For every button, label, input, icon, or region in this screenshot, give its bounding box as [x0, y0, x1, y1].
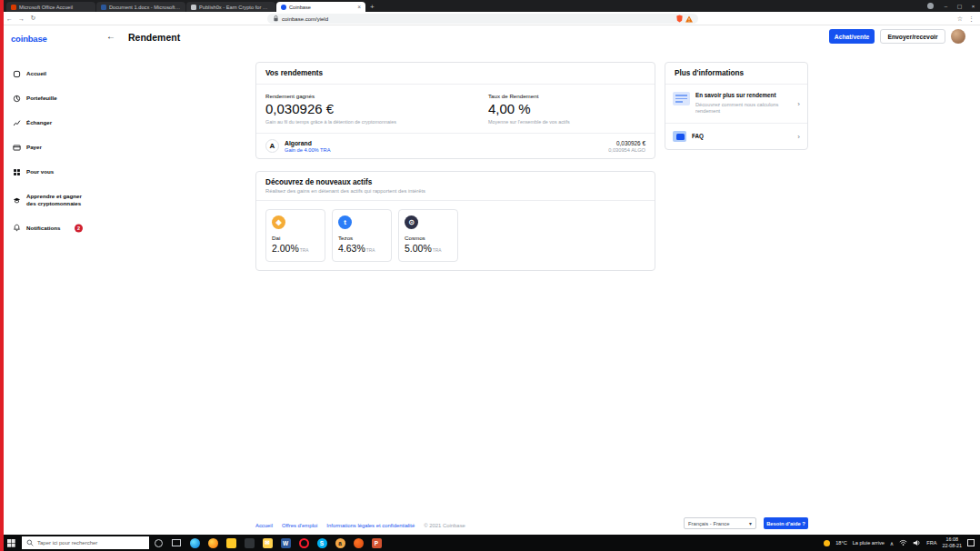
tile-rate-unit: TRA — [366, 248, 375, 253]
maximize-button[interactable]: ▢ — [953, 3, 966, 9]
brave-icon[interactable] — [349, 538, 367, 548]
close-button[interactable]: × — [966, 4, 980, 9]
sidebar-item-accueil[interactable]: Accueil — [4, 64, 91, 85]
sidebar-item-notifications[interactable]: Notifications 2 — [4, 217, 91, 238]
notification-badge: 2 — [75, 224, 83, 232]
rate-label: Taux de Rendement — [488, 93, 570, 99]
language-select[interactable]: Français - France ▾ — [684, 517, 756, 529]
clock[interactable]: 16:08 22-08-21 — [942, 536, 962, 549]
browser-tab-word[interactable]: Document 1.docx - Microsoft Word ... — [96, 2, 185, 12]
help-button[interactable]: Besoin d'aide ? — [764, 517, 808, 529]
asset-tile-tezos[interactable]: t Tezos 4.63%TRA — [332, 209, 392, 262]
send-receive-button[interactable]: Envoyer/recevoir — [880, 29, 945, 44]
forward-icon[interactable]: → — [15, 15, 27, 22]
yields-stats: Rendement gagnés 0,030926 € Gain au fil … — [256, 85, 655, 133]
info-item-learn-more[interactable]: En savoir plus sur rendement Découvrez c… — [665, 85, 807, 123]
taskbar-search-input[interactable]: Taper ici pour rechercher — [22, 536, 149, 549]
yields-card-header: Vos rendements — [256, 63, 655, 85]
task-view-icon[interactable] — [167, 539, 185, 546]
asset-row-algorand[interactable]: A Algorand Gain de 4.00% TRA 0,030926 € … — [256, 133, 655, 158]
cosmos-icon: ⊙ — [405, 215, 418, 229]
sidebar-item-payer[interactable]: Payer — [4, 137, 91, 158]
bookmark-star-icon[interactable]: ☆ — [957, 15, 963, 23]
coinbase-logo[interactable]: coinbase — [11, 34, 47, 44]
tile-name: Cosmos — [405, 235, 452, 241]
asset-tile-dai[interactable]: ◈ Dai 2.00%TRA — [265, 209, 325, 262]
sidebar-item-pour-vous[interactable]: Pour vous — [4, 162, 91, 183]
volume-icon[interactable] — [913, 539, 921, 546]
action-center-icon[interactable] — [967, 539, 975, 546]
address-bar[interactable]: coinbase.com/yield — [267, 14, 698, 24]
system-tray: 18°C La pluie arrive ∧ FRA 16:08 22-08-2… — [824, 536, 980, 549]
info-item-title: En savoir plus sur rendement — [695, 92, 792, 99]
card-icon — [13, 144, 21, 152]
rate-value: 4,00 % — [488, 101, 570, 116]
tile-rate: 4.63%TRA — [338, 243, 385, 254]
sidebar-item-apprendre[interactable]: Apprendre et gagner des cryptomonnaies — [4, 186, 91, 214]
browser-menu-icon[interactable]: ⋮ — [968, 15, 975, 23]
tray-expand-icon[interactable]: ∧ — [890, 540, 894, 546]
amazon-icon[interactable]: a — [331, 538, 349, 548]
earned-label: Rendement gagnés — [265, 93, 488, 99]
earned-caption: Gain au fil du temps grâce à la détentio… — [265, 119, 425, 125]
reload-icon[interactable]: ↻ — [27, 15, 39, 22]
more-info-title: Plus d'informations — [675, 69, 798, 77]
tile-name: Dai — [272, 235, 319, 241]
new-tab-button[interactable]: + — [370, 2, 375, 12]
page-back-icon[interactable]: ← — [106, 31, 115, 41]
yields-card: Vos rendements Rendement gagnés 0,030926… — [255, 62, 655, 159]
yields-card-title: Vos rendements — [265, 69, 645, 77]
word-icon[interactable]: W — [276, 538, 295, 548]
weather-temp[interactable]: 18°C — [835, 540, 847, 546]
mail-icon[interactable]: ✉ — [258, 538, 276, 548]
browser-tab-publish0x[interactable]: Publish0x - Earn Crypto for Publishi... — [186, 2, 275, 12]
sidebar-item-label: Payer — [26, 144, 42, 151]
keyboard-language[interactable]: FRA — [926, 540, 936, 546]
user-avatar[interactable] — [951, 29, 965, 44]
sidebar-item-label: Apprendre et gagner des cryptomonnaies — [26, 193, 85, 207]
discover-card-header: Découvrez de nouveaux actifs Réalisez de… — [256, 172, 655, 201]
info-item-faq[interactable]: FAQ › — [665, 123, 807, 149]
tile-rate-unit: TRA — [433, 248, 442, 253]
asset-tile-cosmos[interactable]: ⊙ Cosmos 5.00%TRA — [398, 209, 458, 262]
cortana-icon[interactable] — [149, 539, 167, 547]
faq-icon — [673, 131, 686, 142]
screen-edge-strip — [0, 0, 4, 551]
browser-toolbar: ← → ↻ coinbase.com/yield ☆ ⋮ — [4, 12, 980, 25]
window-controls: – ▢ × — [927, 0, 980, 12]
trade-icon — [13, 119, 21, 127]
footer-link-accueil[interactable]: Accueil — [255, 523, 273, 528]
browser-tab-office[interactable]: Microsoft Office Accueil — [6, 2, 95, 12]
lock-icon — [273, 15, 279, 23]
sidebar-item-echanger[interactable]: Échanger — [4, 113, 91, 134]
buy-sell-button[interactable]: Achat/vente — [829, 29, 875, 44]
edge-icon[interactable] — [185, 538, 204, 548]
store-icon[interactable] — [240, 538, 258, 548]
firefox-icon[interactable] — [204, 538, 222, 548]
tab-close-icon[interactable]: × — [357, 4, 361, 10]
browser-tab-coinbase-active[interactable]: Coinbase × — [276, 2, 365, 12]
powerpoint-icon[interactable]: P — [367, 538, 385, 548]
opera-icon[interactable] — [295, 538, 313, 548]
footer-link-legal[interactable]: Informations légales et confidentialité — [326, 523, 415, 528]
weather-text[interactable]: La pluie arrive — [853, 540, 885, 546]
skype-icon[interactable]: S — [313, 538, 331, 548]
browser-profile-icon[interactable] — [927, 3, 934, 9]
page-title: Rendement — [128, 32, 180, 43]
brave-shield-icon[interactable] — [676, 15, 683, 23]
file-explorer-icon[interactable] — [222, 538, 240, 548]
minimize-button[interactable]: – — [939, 4, 953, 9]
sidebar-item-label: Portefeuille — [26, 95, 57, 102]
warning-icon[interactable] — [685, 15, 693, 23]
sidebar-item-portefeuille[interactable]: Portefeuille — [4, 88, 91, 109]
sidebar-item-label: Accueil — [26, 70, 46, 77]
asset-name: Algorand — [285, 140, 330, 146]
wifi-icon[interactable] — [899, 539, 907, 546]
footer-link-offres[interactable]: Offres d'emploi — [282, 523, 317, 528]
home-icon — [13, 70, 21, 78]
footer-copyright: © 2021 Coinbase — [424, 523, 465, 528]
back-icon[interactable]: ← — [4, 15, 15, 22]
coinbase-page: coinbase Accueil Portefeuille Échanger P… — [4, 25, 980, 535]
sidebar-item-label: Notifications — [26, 225, 60, 232]
learn-icon — [13, 196, 21, 205]
